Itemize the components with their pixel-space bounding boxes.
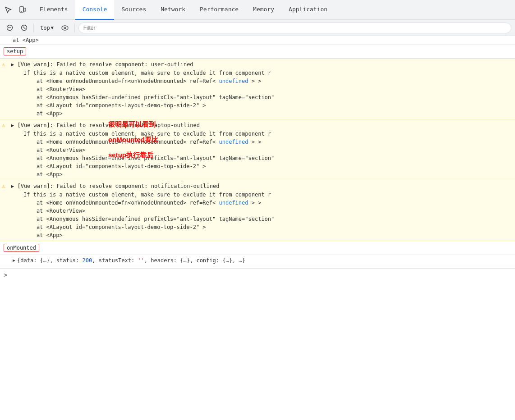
- warn-1-line4: at <RouterView>: [0, 85, 515, 93]
- warn-1-line3: at <Home onVnodeUnmounted=fn<onVnodeUnmo…: [0, 77, 515, 85]
- warn-1-line5: at <Anonymous hasSider=undefined prefixC…: [0, 93, 515, 101]
- warning-icon-1: ⚠: [2, 60, 9, 68]
- warn-2-line7: at <App>: [0, 170, 515, 178]
- devtools-icons: [2, 4, 29, 16]
- chevron-down-icon: ▼: [51, 25, 54, 30]
- warn-block-1: ⚠ ▶ [Vue warn]: Failed to resolve compon…: [0, 59, 515, 119]
- tab-application[interactable]: Application: [281, 0, 335, 20]
- warn-1-main: ⚠ ▶ [Vue warn]: Failed to resolve compon…: [0, 60, 515, 69]
- eye-icon[interactable]: [59, 22, 71, 34]
- inspect-icon[interactable]: [2, 4, 14, 16]
- console-input[interactable]: [10, 272, 511, 278]
- toolbar-divider: [33, 23, 34, 32]
- warn-3-main: ⚠ ▶ [Vue warn]: Failed to resolve compon…: [0, 182, 515, 191]
- tab-sources[interactable]: Sources: [114, 0, 153, 20]
- warn-3-line5: at <Anonymous hasSider=undefined prefixC…: [0, 215, 515, 223]
- warning-icon-2: ⚠: [2, 121, 9, 129]
- toolbar-divider-2: [74, 23, 75, 32]
- expand-object-icon[interactable]: ▶: [13, 256, 15, 265]
- input-prompt-icon: >: [4, 271, 7, 278]
- tab-memory[interactable]: Memory: [246, 0, 281, 20]
- tab-network[interactable]: Network: [153, 0, 193, 20]
- warn-2-line5: at <Anonymous hasSider=undefined prefixC…: [0, 154, 515, 162]
- console-output: at <App> setup ⚠ ▶ [Vue warn]: Failed to…: [0, 36, 515, 420]
- warn-3-line3: at <Home onVnodeUnmounted=fn<onVnodeUnmo…: [0, 199, 515, 207]
- svg-point-8: [64, 27, 66, 29]
- onmounted-badge: onMounted: [4, 244, 39, 252]
- warn-2-line4: at <RouterView>: [0, 146, 515, 154]
- tab-performance[interactable]: Performance: [193, 0, 246, 20]
- scrolled-past-line: at <App>: [0, 36, 515, 45]
- filter-input[interactable]: [78, 23, 511, 33]
- warn-3-line7: at <App>: [0, 231, 515, 239]
- console-toolbar: top ▼: [0, 20, 515, 36]
- onmounted-badge-row: onMounted: [0, 241, 515, 255]
- warn-block-2: 很明显可以看到 onMounted要比 setup执行靠后 ⚠ ▶ [Vue w…: [0, 119, 515, 180]
- warn-2-line6: at <ALayout id="components-layout-demo-t…: [0, 162, 515, 170]
- warning-icon-3: ⚠: [2, 182, 9, 190]
- context-selector[interactable]: top ▼: [37, 24, 56, 32]
- console-input-row: >: [0, 268, 515, 281]
- tab-console[interactable]: Console: [75, 0, 115, 20]
- svg-rect-1: [24, 8, 26, 11]
- stop-icon[interactable]: [18, 22, 30, 34]
- tab-elements[interactable]: Elements: [32, 0, 75, 20]
- svg-point-7: [62, 26, 68, 30]
- setup-badge-row: setup: [0, 45, 515, 59]
- tab-bar: Elements Console Sources Network Perform…: [0, 0, 515, 20]
- warn-3-line6: at <ALayout id="components-layout-demo-t…: [0, 223, 515, 231]
- svg-line-6: [23, 27, 25, 29]
- warn-1-line6: at <ALayout id="components-layout-demo-t…: [0, 101, 515, 110]
- warn-2-line3: at <Home onVnodeUnmounted=fn<onVnodeUnmo…: [0, 138, 515, 146]
- warn-2-main: ⚠ ▶ [Vue warn]: Failed to resolve compon…: [0, 121, 515, 130]
- object-output-line: ▶ {data: {…}, status: 200, statusText: '…: [0, 255, 515, 266]
- device-icon[interactable]: [16, 4, 29, 16]
- setup-badge: setup: [4, 47, 26, 55]
- warn-2-line2: If this is a native custom element, make…: [0, 130, 515, 138]
- warn-3-line4: at <RouterView>: [0, 207, 515, 215]
- warn-1-line7: at <App>: [0, 110, 515, 118]
- clear-console-button[interactable]: [4, 22, 15, 34]
- warn-3-line2: If this is a native custom element, make…: [0, 191, 515, 199]
- warn-1-line2: If this is a native custom element, make…: [0, 69, 515, 77]
- warn-block-3: ⚠ ▶ [Vue warn]: Failed to resolve compon…: [0, 180, 515, 241]
